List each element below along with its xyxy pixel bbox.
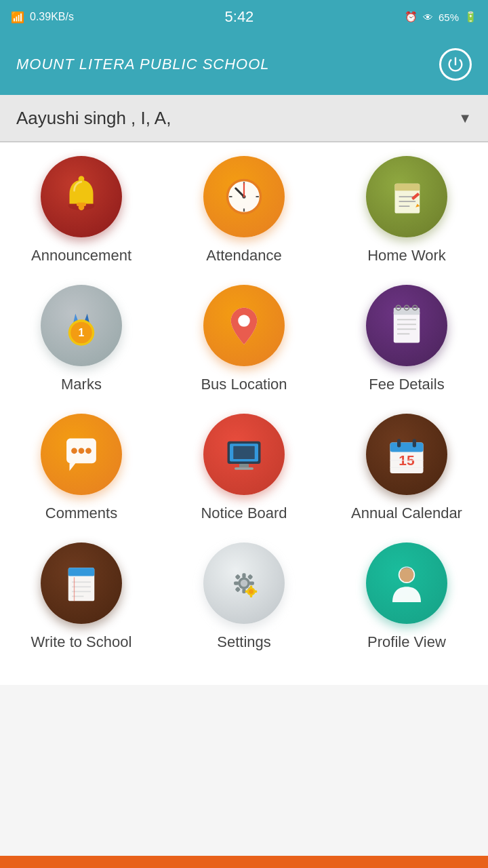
marks-label: Marks [61, 376, 102, 393]
noticeboard-svg [220, 431, 268, 478]
annualcalendar-svg: 15 [383, 431, 430, 478]
profileview-label: Profile View [367, 633, 446, 651]
feedetails-svg [383, 302, 430, 349]
svg-point-58 [241, 580, 248, 587]
menu-item-feedetails[interactable]: Fee Details [336, 285, 478, 393]
buslocation-label: Bus Location [201, 376, 287, 393]
svg-rect-59 [242, 573, 245, 578]
svg-rect-42 [235, 467, 253, 470]
dropdown-arrow-icon: ▼ [458, 111, 472, 126]
svg-rect-72 [254, 591, 257, 593]
eye-icon: 👁 [423, 12, 433, 23]
user-selector[interactable]: Aayushi singh , I, A, ▼ [0, 95, 488, 142]
svg-rect-26 [394, 311, 420, 342]
noticeboard-icon-circle [203, 414, 285, 495]
announcement-svg [58, 173, 105, 220]
svg-text:15: 15 [399, 452, 415, 468]
svg-text:1: 1 [79, 327, 85, 338]
svg-point-2 [79, 204, 85, 210]
battery-icon: 🔋 [464, 11, 477, 23]
svg-rect-41 [239, 464, 249, 467]
svg-point-35 [71, 448, 77, 454]
profileview-icon-circle [366, 542, 447, 624]
attendance-svg [220, 173, 268, 220]
menu-item-annualcalendar[interactable]: 15 Annual Calendar [336, 414, 478, 522]
comments-svg [58, 431, 105, 478]
marks-svg: 1 [58, 302, 105, 349]
svg-point-37 [85, 448, 92, 454]
announcement-icon-circle [41, 156, 122, 237]
settings-label: Settings [217, 633, 271, 651]
settings-svg [220, 559, 268, 607]
profileview-svg [383, 559, 430, 607]
homework-label: Home Work [367, 247, 446, 264]
status-right: ⏰ 👁 65% 🔋 [405, 11, 477, 23]
announcement-label: Announcement [31, 247, 131, 264]
menu-item-comments[interactable]: Comments [10, 414, 152, 522]
grid-row-2: 1 Marks Bus Location [0, 285, 488, 393]
svg-point-36 [79, 448, 85, 454]
grid-row-1: Announcement [0, 156, 488, 264]
svg-point-25 [238, 315, 250, 327]
signal-icon: 📶 [11, 11, 24, 24]
svg-rect-51 [68, 568, 95, 576]
bottom-bar [0, 856, 488, 868]
homework-svg [383, 173, 430, 220]
annualcalendar-icon-circle: 15 [366, 414, 447, 495]
svg-rect-70 [250, 595, 253, 597]
svg-point-68 [249, 589, 253, 594]
attendance-label: Attendance [206, 247, 281, 264]
app-title: MOUNT LITERA PUBLIC SCHOOL [16, 56, 270, 73]
clock: 5:42 [225, 8, 254, 26]
status-bar: 📶 0.39KB/s 5:42 ⏰ 👁 65% 🔋 [0, 0, 488, 34]
menu-item-noticeboard[interactable]: Notice Board [173, 414, 315, 522]
app-header: MOUNT LITERA PUBLIC SCHOOL [0, 34, 488, 95]
svg-point-75 [400, 568, 414, 582]
menu-item-settings[interactable]: Settings [173, 542, 315, 651]
battery-text: 65% [439, 12, 459, 23]
marks-icon-circle: 1 [41, 285, 122, 366]
svg-rect-40 [233, 446, 255, 459]
grid-row-4: Write to School [0, 542, 488, 651]
buslocation-svg [220, 302, 268, 349]
writetoschool-icon-circle [41, 542, 122, 624]
menu-item-homework[interactable]: Home Work [336, 156, 478, 264]
writetoschool-label: Write to School [31, 633, 132, 651]
data-speed: 0.39KB/s [30, 11, 74, 23]
menu-item-buslocation[interactable]: Bus Location [173, 285, 315, 393]
settings-icon-circle [203, 542, 285, 624]
svg-rect-71 [245, 591, 248, 593]
status-left: 📶 0.39KB/s [11, 11, 74, 24]
svg-rect-46 [413, 439, 416, 447]
svg-rect-45 [397, 439, 401, 447]
comments-icon-circle [41, 414, 122, 495]
menu-grid: Announcement [0, 142, 488, 685]
svg-rect-44 [390, 443, 424, 452]
feedetails-icon-circle [366, 285, 447, 366]
svg-rect-27 [394, 308, 420, 315]
menu-item-profileview[interactable]: Profile View [336, 542, 478, 651]
alarm-icon: ⏰ [405, 11, 418, 23]
menu-item-announcement[interactable]: Announcement [10, 156, 152, 264]
noticeboard-label: Notice Board [201, 505, 287, 522]
annualcalendar-label: Annual Calendar [351, 505, 462, 522]
svg-rect-62 [249, 581, 254, 585]
svg-rect-14 [395, 184, 420, 191]
homework-icon-circle [366, 156, 447, 237]
grid-row-3: Comments Notice Board [0, 414, 488, 522]
menu-item-attendance[interactable]: Attendance [173, 156, 315, 264]
attendance-icon-circle [203, 156, 285, 237]
user-name: Aayushi singh , I, A, [16, 108, 171, 129]
feedetails-label: Fee Details [369, 376, 444, 393]
buslocation-icon-circle [203, 285, 285, 366]
menu-item-writetoschool[interactable]: Write to School [10, 542, 152, 651]
svg-rect-61 [234, 581, 239, 585]
comments-label: Comments [45, 505, 117, 522]
power-button[interactable] [439, 48, 472, 81]
writetoschool-svg [58, 559, 105, 607]
svg-rect-69 [250, 586, 253, 589]
menu-item-marks[interactable]: 1 Marks [10, 285, 152, 393]
